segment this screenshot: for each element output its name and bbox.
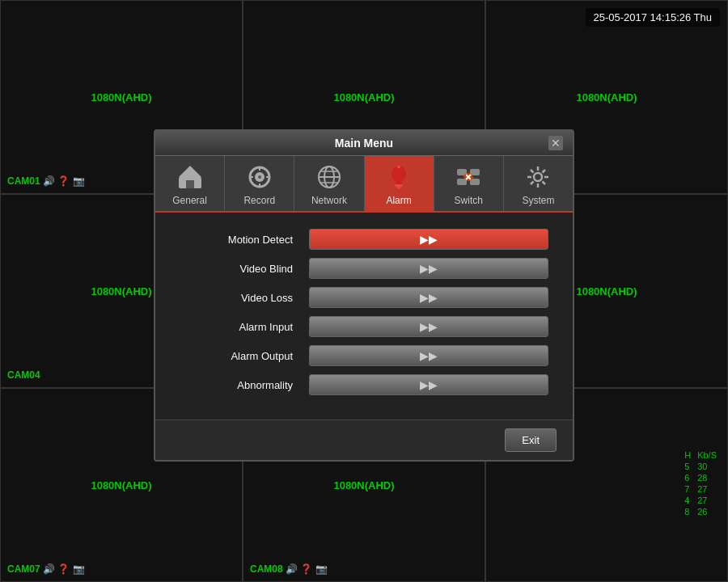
stats-row3-kbs: 27	[694, 483, 720, 495]
menu-titlebar: Main Menu ✕	[155, 131, 573, 156]
tab-record-label: Record	[243, 195, 275, 206]
alarm-output-label: Alarm Output	[180, 350, 309, 362]
main-menu-dialog: Main Menu ✕ General	[154, 129, 574, 462]
svg-marker-1	[179, 166, 201, 177]
cam8-resolution: 1080N(AHD)	[333, 479, 394, 491]
stats-row1-kbs: 30	[694, 461, 720, 472]
system-icon	[523, 162, 552, 192]
menu-row-alarm-input: Alarm Input ▶▶	[180, 316, 548, 337]
tab-alarm[interactable]: Alarm	[365, 156, 434, 211]
general-icon	[176, 162, 205, 192]
cam6-resolution: 1080N(AHD)	[576, 285, 637, 297]
switch-icon	[454, 162, 483, 192]
network-icon	[315, 162, 344, 192]
motion-detect-label: Motion Detect	[180, 234, 309, 246]
svg-rect-19	[397, 166, 400, 168]
cam3-resolution: 1080N(AHD)	[576, 91, 637, 103]
alarm-output-arrow: ▶▶	[420, 349, 438, 362]
abnormality-button[interactable]: ▶▶	[309, 374, 548, 395]
motion-detect-button[interactable]: ▶▶	[309, 229, 548, 250]
svg-line-30	[531, 170, 534, 173]
abnormality-label: Abnormality	[180, 379, 309, 391]
abnormality-arrow: ▶▶	[420, 378, 438, 391]
stats-panel: H Kb/S 5 30 6 28 7 27 4 27 8 26	[681, 449, 720, 517]
stats-row3-h: 7	[681, 483, 694, 495]
tab-bar: General Record	[155, 156, 573, 213]
tab-record[interactable]: Record	[225, 156, 294, 211]
video-blind-label: Video Blind	[180, 263, 309, 275]
cam2-resolution: 1080N(AHD)	[333, 91, 394, 103]
stats-row2-h: 6	[681, 472, 694, 483]
menu-footer: Exit	[155, 420, 573, 460]
cam1-label: CAM01 🔊 ❓ 📷	[7, 175, 85, 187]
menu-content: Motion Detect ▶▶ Video Blind ▶▶ Video Lo…	[155, 213, 573, 420]
alarm-input-button[interactable]: ▶▶	[309, 316, 548, 337]
svg-point-18	[397, 185, 401, 189]
tab-network-label: Network	[311, 195, 347, 206]
alarm-output-button[interactable]: ▶▶	[309, 345, 548, 366]
stats-row4-kbs: 27	[694, 495, 720, 506]
cam7-resolution: 1080N(AHD)	[91, 479, 151, 491]
cam7-label: CAM07 🔊 ❓ 📷	[7, 563, 85, 575]
svg-point-25	[534, 173, 542, 181]
video-blind-button[interactable]: ▶▶	[309, 258, 548, 279]
stats-header-kbs: Kb/S	[694, 449, 720, 461]
cam1-icons: 🔊 ❓ 📷	[43, 175, 85, 187]
alarm-icon	[384, 162, 413, 192]
cam8-icons: 🔊 ❓ 📷	[286, 563, 328, 575]
menu-row-abnormality: Abnormality ▶▶	[180, 374, 548, 395]
tab-switch-label: Switch	[455, 195, 483, 206]
svg-rect-2	[186, 180, 194, 188]
svg-line-33	[531, 182, 534, 185]
cam4-resolution: 1080N(AHD)	[91, 285, 151, 297]
alarm-input-label: Alarm Input	[180, 321, 309, 333]
cam4-label: CAM04	[7, 369, 40, 381]
menu-title: Main Menu	[180, 137, 548, 150]
tab-network[interactable]: Network	[294, 156, 364, 211]
video-loss-arrow: ▶▶	[420, 291, 438, 304]
record-icon	[245, 162, 274, 192]
svg-line-32	[543, 170, 546, 173]
stats-row1-h: 5	[681, 461, 694, 472]
tab-system[interactable]: System	[504, 156, 573, 211]
stats-row2-kbs: 28	[694, 472, 720, 483]
menu-row-video-blind: Video Blind ▶▶	[180, 258, 548, 279]
cam7-icons: 🔊 ❓ 📷	[43, 563, 85, 575]
alarm-input-arrow: ▶▶	[420, 320, 438, 333]
cam1-resolution: 1080N(AHD)	[91, 91, 151, 103]
close-button[interactable]: ✕	[548, 136, 563, 150]
video-loss-button[interactable]: ▶▶	[309, 287, 548, 308]
svg-line-31	[543, 182, 546, 185]
video-blind-arrow: ▶▶	[420, 262, 438, 275]
tab-alarm-label: Alarm	[386, 195, 411, 206]
tab-general-label: General	[172, 195, 207, 206]
menu-row-video-loss: Video Loss ▶▶	[180, 287, 548, 308]
cam8-label: CAM08 🔊 ❓ 📷	[250, 563, 328, 575]
tab-general[interactable]: General	[155, 156, 225, 211]
exit-button[interactable]: Exit	[505, 428, 557, 452]
menu-row-alarm-output: Alarm Output ▶▶	[180, 345, 548, 366]
video-loss-label: Video Loss	[180, 292, 309, 304]
stats-header-h: H	[681, 449, 694, 461]
svg-point-5	[258, 175, 261, 179]
menu-row-motion-detect: Motion Detect ▶▶	[180, 229, 548, 250]
tab-switch[interactable]: Switch	[434, 156, 504, 211]
datetime-display: 25-05-2017 14:15:26 Thu	[586, 8, 721, 27]
stats-row5-h: 8	[681, 506, 694, 517]
tab-system-label: System	[522, 195, 554, 206]
motion-detect-arrow: ▶▶	[420, 233, 438, 246]
stats-row4-h: 4	[681, 495, 694, 506]
stats-row5-kbs: 26	[694, 506, 720, 517]
